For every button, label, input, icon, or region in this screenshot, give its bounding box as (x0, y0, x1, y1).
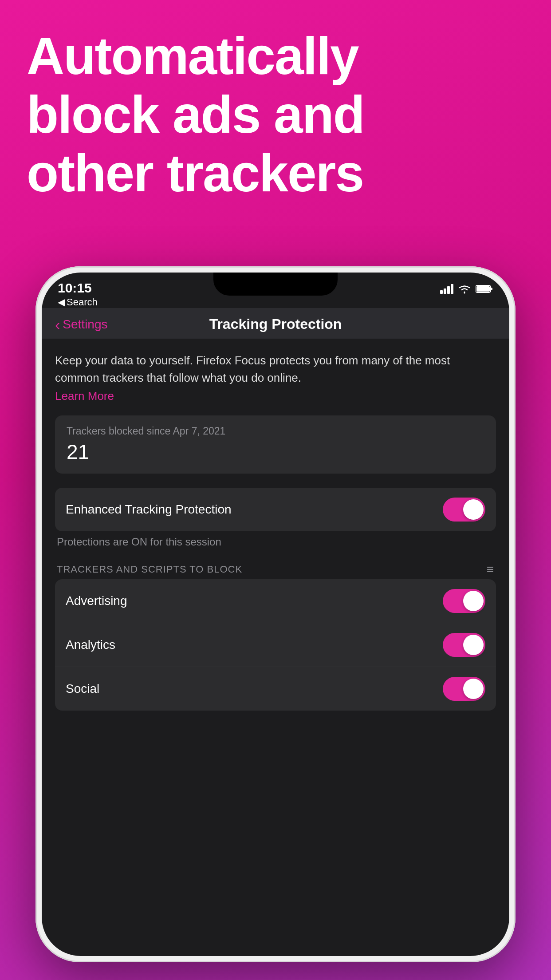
description-text: Keep your data to yourself. Firefox Focu… (55, 352, 496, 387)
content-area: Keep your data to yourself. Firefox Focu… (42, 339, 509, 711)
analytics-label: Analytics (66, 638, 115, 652)
analytics-toggle[interactable] (443, 633, 485, 657)
back-navigation[interactable]: ‹ Settings (55, 317, 126, 332)
advertising-toggle[interactable] (443, 589, 485, 613)
back-chevron-icon: ‹ (55, 317, 60, 332)
phone-notch (213, 273, 338, 296)
social-label: Social (66, 682, 99, 696)
status-icons (440, 284, 493, 294)
svg-rect-0 (440, 290, 443, 294)
toggle-knob (463, 499, 484, 520)
svg-rect-3 (451, 284, 453, 294)
svg-rect-2 (447, 286, 450, 294)
page-title: Tracking Protection (126, 316, 425, 332)
status-time: 10:15 (58, 281, 98, 296)
analytics-toggle-knob (463, 635, 484, 655)
list-item: Advertising (55, 579, 496, 623)
back-label: Settings (63, 317, 107, 332)
headline-text: Automatically block ads and other tracke… (27, 27, 524, 202)
trackers-count: 21 (67, 440, 484, 464)
svg-rect-5 (491, 288, 492, 290)
battery-icon (476, 284, 493, 294)
social-toggle-knob (463, 679, 484, 699)
status-left: 10:15 ◀ Search (58, 281, 98, 308)
learn-more-link[interactable]: Learn More (55, 389, 114, 403)
back-chevron-icon: ◀ (58, 296, 65, 308)
enhanced-tracking-label: Enhanced Tracking Protection (66, 502, 232, 517)
list-item: Analytics (55, 623, 496, 667)
advertising-toggle-knob (463, 591, 484, 611)
trackers-section-header: TRACKERS AND SCRIPTS TO BLOCK ≡ (55, 560, 496, 579)
enhanced-tracking-toggle[interactable] (443, 498, 485, 522)
svg-rect-1 (444, 288, 446, 294)
signal-icon (440, 284, 453, 294)
trackers-card: Trackers blocked since Apr 7, 2021 21 (55, 415, 496, 474)
reorder-icon: ≡ (487, 563, 494, 576)
social-toggle[interactable] (443, 677, 485, 701)
trackers-label: Trackers blocked since Apr 7, 2021 (67, 425, 484, 437)
trackers-list: Advertising Analytics Social (55, 579, 496, 711)
navigation-bar: ‹ Settings Tracking Protection (42, 308, 509, 339)
protections-status-text: Protections are ON for this session (55, 536, 496, 548)
wifi-icon (458, 284, 471, 294)
enhanced-tracking-section: Enhanced Tracking Protection (55, 488, 496, 531)
advertising-label: Advertising (66, 594, 127, 608)
list-item: Social (55, 667, 496, 711)
status-back: ◀ Search (58, 296, 98, 308)
enhanced-tracking-row: Enhanced Tracking Protection (55, 488, 496, 531)
phone-screen: 10:15 ◀ Search (42, 273, 509, 956)
svg-rect-6 (476, 286, 490, 292)
phone-frame: 10:15 ◀ Search (35, 266, 516, 962)
